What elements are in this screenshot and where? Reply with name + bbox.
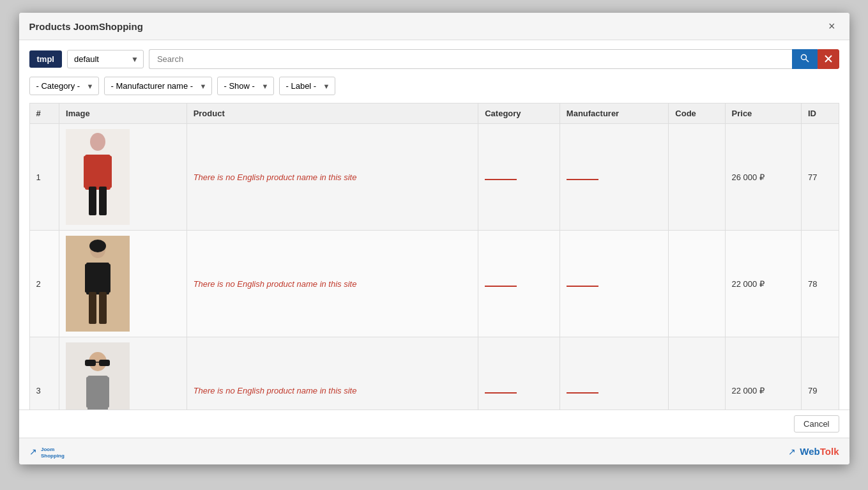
svg-text:Joom: Joom <box>41 447 54 452</box>
svg-rect-8 <box>100 156 112 188</box>
category-filter[interactable]: - Category - <box>29 77 99 95</box>
cancel-button[interactable]: Cancel <box>794 415 839 433</box>
manufacturer-line <box>567 179 598 180</box>
category-line <box>485 179 517 180</box>
category-line <box>485 286 517 287</box>
row-category <box>478 231 560 337</box>
manufacturer-filter[interactable]: - Manufacturer name - <box>104 77 212 95</box>
svg-text:Shopping: Shopping <box>41 453 65 459</box>
products-table: # Image Product Category Manufacturer Co… <box>29 103 839 410</box>
manufacturer-line <box>567 286 598 287</box>
svg-line-1 <box>805 59 809 63</box>
table-row: 1 <box>29 124 839 231</box>
footer-logo: ↗ Joom Shopping <box>29 443 92 459</box>
col-header-manufacturer: Manufacturer <box>560 103 668 124</box>
filter-row: - Category - ▼ - Manufacturer name - ▼ -… <box>29 77 839 95</box>
col-header-image: Image <box>59 103 187 124</box>
col-header-id: ID <box>801 103 839 124</box>
modal-header: Products JoomShopping × <box>19 13 849 40</box>
svg-rect-22 <box>99 360 110 366</box>
bottom-bar: Cancel <box>19 410 849 438</box>
modal-close-button[interactable]: × <box>825 19 839 33</box>
row-price: 22 000 ₽ <box>725 337 801 410</box>
show-filter-wrapper: - Show - ▼ <box>217 77 274 95</box>
svg-rect-16 <box>100 264 110 293</box>
search-container <box>149 49 839 69</box>
clear-icon <box>825 55 832 63</box>
svg-rect-9 <box>89 187 96 215</box>
joomshopping-logo: Joom Shopping <box>41 443 92 459</box>
row-product: There is no English product name in this… <box>187 337 478 410</box>
col-header-price: Price <box>725 103 801 124</box>
category-filter-wrapper: - Category - ▼ <box>29 77 99 95</box>
row-manufacturer <box>560 231 668 337</box>
row-price: 26 000 ₽ <box>725 124 801 231</box>
row-code <box>669 124 725 231</box>
show-filter[interactable]: - Show - <box>217 77 274 95</box>
row-id: 77 <box>801 124 839 231</box>
label-filter[interactable]: - Label - <box>279 77 335 95</box>
svg-point-0 <box>801 55 806 60</box>
clear-search-button[interactable] <box>818 49 839 69</box>
row-category <box>478 124 560 231</box>
svg-point-13 <box>89 240 106 252</box>
product-image-svg <box>66 342 130 410</box>
search-icon <box>800 54 809 63</box>
modal-body: tmpl default ▼ <box>19 40 849 410</box>
row-image <box>59 337 187 410</box>
col-header-code: Code <box>669 103 725 124</box>
template-select[interactable]: default <box>67 50 144 68</box>
table-row: 2 <box>29 231 839 337</box>
product-image-svg <box>66 129 130 225</box>
row-manufacturer <box>560 124 668 231</box>
col-header-product: Product <box>187 103 478 124</box>
row-num: 3 <box>29 337 59 410</box>
svg-rect-10 <box>99 187 107 215</box>
row-code <box>669 337 725 410</box>
row-product: There is no English product name in this… <box>187 231 478 337</box>
svg-rect-15 <box>85 264 95 293</box>
row-price: 22 000 ₽ <box>725 231 801 337</box>
category-line <box>485 392 517 394</box>
tmpl-badge: tmpl <box>29 50 62 68</box>
external-link-icon: ↗ <box>29 447 37 457</box>
svg-rect-18 <box>99 292 107 324</box>
no-name-label: There is no English product name in this… <box>194 279 357 289</box>
svg-rect-7 <box>84 156 95 188</box>
product-image <box>66 342 130 410</box>
search-button[interactable] <box>792 49 818 69</box>
col-header-num: # <box>29 103 59 124</box>
no-name-label: There is no English product name in this… <box>194 386 357 395</box>
row-id: 79 <box>801 337 839 410</box>
svg-rect-21 <box>85 360 96 366</box>
col-header-category: Category <box>478 103 560 124</box>
table-body: 1 <box>29 124 839 410</box>
svg-rect-26 <box>100 377 109 408</box>
toolbar-row: tmpl default ▼ <box>29 49 839 69</box>
table-header: # Image Product Category Manufacturer Co… <box>29 103 839 124</box>
row-code <box>669 231 725 337</box>
search-input[interactable] <box>149 49 792 69</box>
modal-footer: ↗ Joom Shopping ↗ WebTolk <box>19 438 849 464</box>
table-container: # Image Product Category Manufacturer Co… <box>29 103 839 410</box>
product-image <box>66 129 130 225</box>
svg-rect-17 <box>89 292 96 324</box>
webtolk-label: WebTolk <box>800 446 839 457</box>
svg-rect-25 <box>86 377 95 408</box>
modal-title: Products JoomShopping <box>29 21 143 32</box>
svg-point-5 <box>90 133 105 151</box>
modal-dialog: Products JoomShopping × tmpl default ▼ <box>19 13 849 464</box>
label-filter-wrapper: - Label - ▼ <box>279 77 335 95</box>
row-image <box>59 124 187 231</box>
row-category <box>478 337 560 410</box>
manufacturer-filter-wrapper: - Manufacturer name - ▼ <box>104 77 212 95</box>
row-manufacturer <box>560 337 668 410</box>
row-num: 1 <box>29 124 59 231</box>
external-link-icon-right: ↗ <box>788 447 796 457</box>
no-name-label: There is no English product name in this… <box>194 172 357 182</box>
row-id: 78 <box>801 231 839 337</box>
row-num: 2 <box>29 231 59 337</box>
manufacturer-line <box>567 392 598 394</box>
template-select-wrapper: default ▼ <box>67 50 144 68</box>
row-image <box>59 231 187 337</box>
